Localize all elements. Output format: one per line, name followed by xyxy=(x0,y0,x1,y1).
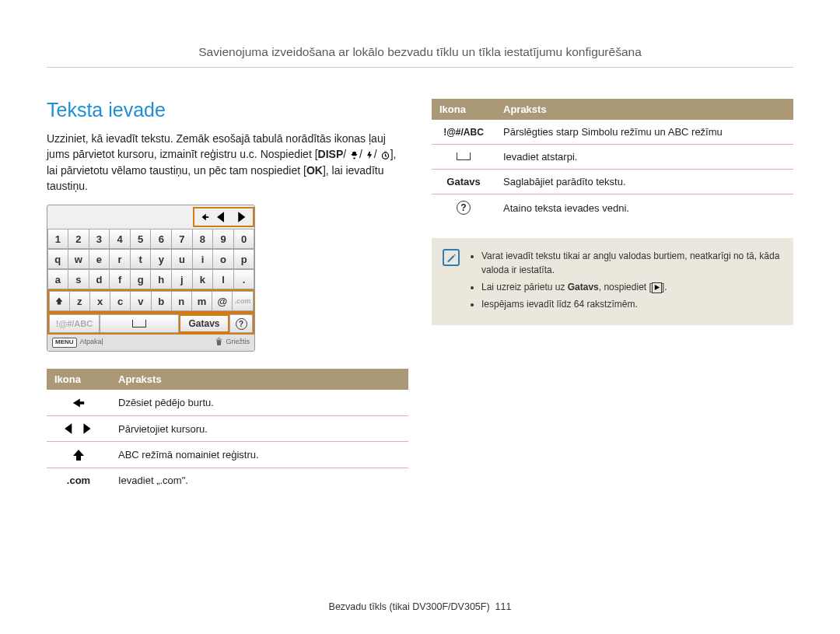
kb-row-bottom: !@#/ABC Gatavs ? xyxy=(47,313,254,335)
kb-row-2: q w e r t y u i o p xyxy=(47,249,254,269)
note-text: Lai uzreiz pārietu uz xyxy=(481,282,568,292)
key[interactable]: u xyxy=(171,249,193,269)
kb-footer: MENU Atpakaļ Griežtis xyxy=(47,335,254,351)
key[interactable]: g xyxy=(130,269,152,289)
space-icon xyxy=(432,145,495,170)
key[interactable]: f xyxy=(109,269,131,289)
key[interactable]: 9 xyxy=(212,229,234,249)
key[interactable]: @ xyxy=(212,291,233,311)
kb-nav-left-icon[interactable] xyxy=(214,208,233,226)
back-arrow-icon xyxy=(47,390,110,415)
table-row: ABC režīmā nomainiet reģistru. xyxy=(47,442,408,468)
kb-row-1: 1 2 3 4 5 6 7 8 9 0 xyxy=(47,229,254,249)
note-icon xyxy=(443,249,460,266)
note-box: Varat ievadīt tekstu tikai ar angļu valo… xyxy=(432,238,793,325)
key[interactable]: 6 xyxy=(150,229,172,249)
com-label: .com xyxy=(47,468,110,492)
th-desc: Apraksts xyxy=(495,99,793,120)
space-key[interactable] xyxy=(100,314,179,333)
row-desc: ABC režīmā nomainiet reģistru. xyxy=(110,442,408,468)
key[interactable]: z xyxy=(69,291,90,311)
key[interactable]: c xyxy=(110,291,131,311)
th-icon: Ikona xyxy=(432,99,495,120)
section-heading: Teksta ievade xyxy=(47,99,408,121)
key[interactable]: t xyxy=(130,249,152,269)
key[interactable]: x xyxy=(89,291,110,311)
table-row: Pārvietojiet kursoru. xyxy=(47,415,408,442)
key[interactable]: i xyxy=(192,249,214,269)
note-item: Varat ievadīt tekstu tikai ar angļu valo… xyxy=(481,249,781,277)
key[interactable]: b xyxy=(151,291,172,311)
disp-key: DISP xyxy=(318,148,344,160)
mode-label: !@#/ABC xyxy=(432,120,495,145)
key[interactable]: d xyxy=(89,269,110,289)
table-row: ? Ataino teksta ievades vedni. xyxy=(432,194,793,222)
kb-nav-right-icon[interactable] xyxy=(233,208,253,226)
key[interactable]: e xyxy=(89,249,110,269)
com-key[interactable]: .com xyxy=(232,291,253,311)
key[interactable]: p xyxy=(233,249,255,269)
key[interactable]: 8 xyxy=(192,229,214,249)
key[interactable]: h xyxy=(150,269,172,289)
table-row: Gatavs Saglabājiet parādīto tekstu. xyxy=(432,170,793,194)
table-row: Ievadiet atstarpi. xyxy=(432,145,793,170)
th-icon: Ikona xyxy=(47,369,110,390)
key[interactable]: . xyxy=(233,269,255,289)
play-icon xyxy=(652,282,662,293)
row-desc: Ievadiet „.com". xyxy=(110,468,408,492)
key[interactable]: 2 xyxy=(68,229,89,249)
key[interactable]: y xyxy=(150,249,172,269)
key[interactable]: 1 xyxy=(47,229,69,249)
page-number: 111 xyxy=(495,601,512,612)
key[interactable]: j xyxy=(171,269,193,289)
th-desc: Apraksts xyxy=(110,369,408,390)
timer-icon xyxy=(380,150,390,160)
table-row: Dzēsiet pēdējo burtu. xyxy=(47,390,408,415)
key[interactable]: k xyxy=(192,269,214,289)
key[interactable]: l xyxy=(212,269,234,289)
row-desc: Pārslēgties starp Simbolu režīmu un ABC … xyxy=(495,120,793,145)
menu-badge: MENU xyxy=(52,338,77,348)
done-key[interactable]: Gatavs xyxy=(179,314,229,333)
key[interactable]: n xyxy=(171,291,192,311)
note-text: ]. xyxy=(662,282,667,292)
icon-table-2: Ikona Apraksts !@#/ABC Pārslēgties starp… xyxy=(432,99,793,221)
key[interactable]: q xyxy=(47,249,69,269)
key[interactable]: o xyxy=(212,249,234,269)
footer-text: Bezvadu tīkls (tikai DV300F/DV305F) xyxy=(329,601,490,612)
note-item: Iespējams ievadīt līdz 64 rakstzīmēm. xyxy=(481,297,781,311)
macro-icon xyxy=(349,150,359,160)
flash-icon xyxy=(366,150,374,160)
row-desc: Ataino teksta ievades vedni. xyxy=(495,194,793,222)
onscreen-keyboard: 1 2 3 4 5 6 7 8 9 0 q w e r t y xyxy=(47,205,255,352)
table-row: .com Ievadiet „.com". xyxy=(47,468,408,492)
ok-key: OK xyxy=(306,164,323,177)
note-item: Lai uzreiz pārietu uz Gatavs, nospiediet… xyxy=(481,280,781,294)
key[interactable]: a xyxy=(47,269,69,289)
kb-row-4: z x c v b n m @ .com xyxy=(47,289,254,313)
right-column: Ikona Apraksts !@#/ABC Pārslēgties starp… xyxy=(432,99,793,492)
trash-icon xyxy=(215,338,222,348)
shift-arrow-icon xyxy=(47,442,110,468)
note-bold: Gatavs xyxy=(568,282,599,292)
key[interactable]: 5 xyxy=(130,229,152,249)
key[interactable]: 4 xyxy=(109,229,131,249)
shift-key[interactable] xyxy=(49,291,70,311)
key[interactable]: m xyxy=(191,291,212,311)
help-key[interactable]: ? xyxy=(229,314,253,333)
page-footer: Bezvadu tīkls (tikai DV300F/DV305F) 111 xyxy=(0,601,840,612)
page-title: Savienojuma izveidošana ar lokālo bezvad… xyxy=(47,0,793,68)
key[interactable]: w xyxy=(68,249,89,269)
done-label: Gatavs xyxy=(432,170,495,194)
key[interactable]: 3 xyxy=(89,229,110,249)
key[interactable]: s xyxy=(68,269,89,289)
mode-key[interactable]: !@#/ABC xyxy=(49,314,100,333)
kb-nav-back-icon[interactable] xyxy=(194,208,214,226)
key[interactable]: r xyxy=(109,249,131,269)
footer-back-label: Atpakaļ xyxy=(80,338,103,348)
key[interactable]: 7 xyxy=(171,229,193,249)
row-desc: Pārvietojiet kursoru. xyxy=(110,415,408,442)
key[interactable]: 0 xyxy=(233,229,255,249)
key[interactable]: v xyxy=(130,291,151,311)
content-columns: Teksta ievade Uzziniet, kā ievadīt tekst… xyxy=(47,68,793,492)
